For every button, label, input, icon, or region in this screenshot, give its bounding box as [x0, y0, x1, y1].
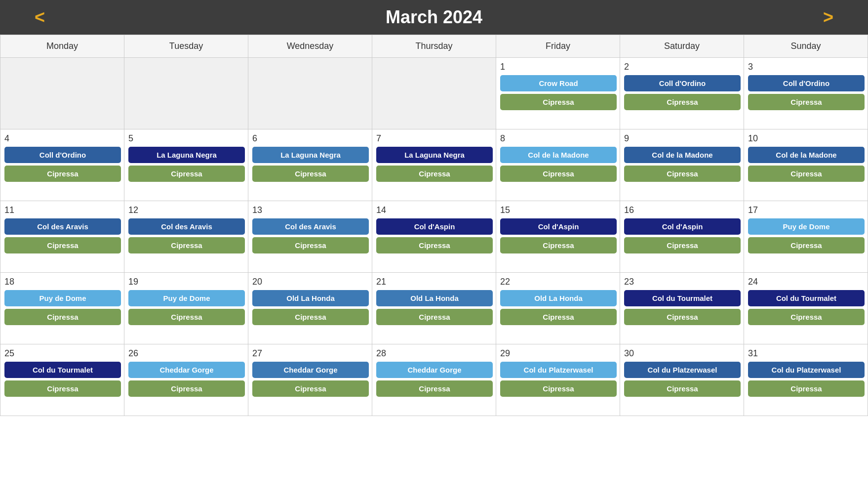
calendar-event[interactable]: Puy de Dome [128, 290, 245, 306]
day-cell [0, 58, 124, 129]
calendar-event[interactable]: Coll d'Ordino [4, 147, 121, 163]
calendar-event[interactable]: Cipressa [624, 166, 741, 182]
calendar-event[interactable]: Cipressa [748, 94, 865, 110]
calendar-event[interactable]: Col d'Aspin [624, 218, 741, 235]
calendar-event[interactable]: Cipressa [500, 380, 617, 397]
calendar-event[interactable]: Cipressa [748, 237, 865, 253]
calendar-event[interactable]: Cipressa [624, 309, 741, 325]
calendar-event[interactable]: Cipressa [624, 237, 741, 253]
day-cell: 12Col des AravisCipressa [124, 201, 248, 273]
calendar-event[interactable]: Cipressa [500, 237, 617, 253]
day-number: 28 [376, 348, 493, 359]
day-cell: 11Col des AravisCipressa [0, 201, 124, 273]
day-number: 3 [748, 62, 865, 72]
calendar-event[interactable]: Col des Aravis [252, 218, 369, 235]
calendar-event[interactable]: Cipressa [624, 94, 741, 110]
calendar-event[interactable]: Cipressa [128, 166, 245, 182]
calendar-event[interactable]: Col des Aravis [4, 218, 121, 235]
calendar-event[interactable]: La Laguna Negra [128, 147, 245, 163]
day-cell: 6La Laguna NegraCipressa [248, 129, 372, 201]
calendar-event[interactable]: Cipressa [376, 309, 493, 325]
day-header: Monday [0, 35, 124, 58]
calendar-event[interactable]: Cheddar Gorge [128, 362, 245, 378]
calendar-event[interactable]: Cipressa [128, 309, 245, 325]
day-number: 9 [624, 133, 741, 144]
calendar-grid: MondayTuesdayWednesdayThursdayFridaySatu… [0, 35, 868, 416]
calendar-event[interactable]: Cipressa [252, 309, 369, 325]
calendar-event[interactable]: Cipressa [500, 309, 617, 325]
day-number: 21 [376, 277, 493, 287]
day-cell: 31Col du PlatzerwaselCipressa [744, 344, 868, 416]
day-number: 1 [500, 62, 617, 72]
calendar-event[interactable]: Cipressa [4, 237, 121, 253]
day-cell [372, 58, 496, 129]
calendar-event[interactable]: Col du Platzerwasel [748, 362, 865, 378]
calendar-event[interactable]: Col du Tourmalet [748, 290, 865, 306]
calendar-event[interactable]: Puy de Dome [748, 218, 865, 235]
next-month-button[interactable]: > [818, 7, 838, 28]
calendar-event[interactable]: Old La Honda [500, 290, 617, 306]
prev-month-button[interactable]: < [30, 7, 50, 28]
day-number: 25 [4, 348, 121, 359]
calendar-event[interactable]: Cipressa [624, 380, 741, 397]
day-cell: 9Col de la MadoneCipressa [620, 129, 744, 201]
day-cell: 13Col des AravisCipressa [248, 201, 372, 273]
calendar-event[interactable]: Col de la Madone [624, 147, 741, 163]
day-number: 5 [128, 133, 245, 144]
calendar-title: March 2024 [386, 7, 482, 28]
calendar-event[interactable]: Cipressa [748, 166, 865, 182]
day-number: 2 [624, 62, 741, 72]
day-cell: 27Cheddar GorgeCipressa [248, 344, 372, 416]
calendar-event[interactable]: Col des Aravis [128, 218, 245, 235]
calendar-event[interactable]: Cheddar Gorge [252, 362, 369, 378]
day-cell: 30Col du PlatzerwaselCipressa [620, 344, 744, 416]
day-cell: 5La Laguna NegraCipressa [124, 129, 248, 201]
day-number: 18 [4, 277, 121, 287]
calendar-event[interactable]: Old La Honda [252, 290, 369, 306]
day-number: 4 [4, 133, 121, 144]
calendar-event[interactable]: Col du Platzerwasel [624, 362, 741, 378]
calendar-event[interactable]: Cipressa [4, 166, 121, 182]
calendar-event[interactable]: Cipressa [748, 380, 865, 397]
calendar-event[interactable]: Cipressa [252, 380, 369, 397]
calendar-event[interactable]: Cipressa [128, 380, 245, 397]
calendar-event[interactable]: Cipressa [128, 237, 245, 253]
calendar-event[interactable]: La Laguna Negra [376, 147, 493, 163]
day-header: Sunday [744, 35, 868, 58]
calendar-event[interactable]: Cipressa [252, 166, 369, 182]
day-cell: 3Coll d'OrdinoCipressa [744, 58, 868, 129]
day-number: 17 [748, 205, 865, 215]
calendar-event[interactable]: Cipressa [4, 380, 121, 397]
calendar-event[interactable]: Coll d'Ordino [748, 75, 865, 91]
calendar-event[interactable]: Coll d'Ordino [624, 75, 741, 91]
calendar-event[interactable]: Cipressa [748, 309, 865, 325]
calendar-event[interactable]: Col du Tourmalet [624, 290, 741, 306]
calendar-event[interactable]: La Laguna Negra [252, 147, 369, 163]
calendar-event[interactable]: Col du Platzerwasel [500, 362, 617, 378]
day-cell: 21Old La HondaCipressa [372, 273, 496, 344]
calendar-event[interactable]: Cipressa [500, 94, 617, 110]
calendar-event[interactable]: Crow Road [500, 75, 617, 91]
day-cell: 10Col de la MadoneCipressa [744, 129, 868, 201]
calendar-event[interactable]: Cheddar Gorge [376, 362, 493, 378]
calendar-event[interactable]: Col d'Aspin [376, 218, 493, 235]
calendar-event[interactable]: Col de la Madone [748, 147, 865, 163]
calendar-event[interactable]: Old La Honda [376, 290, 493, 306]
day-number: 14 [376, 205, 493, 215]
calendar-event[interactable]: Cipressa [252, 237, 369, 253]
calendar-event[interactable]: Col d'Aspin [500, 218, 617, 235]
calendar-event[interactable]: Cipressa [376, 166, 493, 182]
day-header: Wednesday [248, 35, 372, 58]
calendar-event[interactable]: Col de la Madone [500, 147, 617, 163]
calendar-event[interactable]: Cipressa [376, 380, 493, 397]
day-number: 15 [500, 205, 617, 215]
day-cell: 8Col de la MadoneCipressa [496, 129, 620, 201]
calendar-event[interactable]: Puy de Dome [4, 290, 121, 306]
day-number: 29 [500, 348, 617, 359]
day-number: 31 [748, 348, 865, 359]
calendar-event[interactable]: Col du Tourmalet [4, 362, 121, 378]
calendar-event[interactable]: Cipressa [500, 166, 617, 182]
calendar-event[interactable]: Cipressa [4, 309, 121, 325]
calendar-event[interactable]: Cipressa [376, 237, 493, 253]
day-cell: 2Coll d'OrdinoCipressa [620, 58, 744, 129]
